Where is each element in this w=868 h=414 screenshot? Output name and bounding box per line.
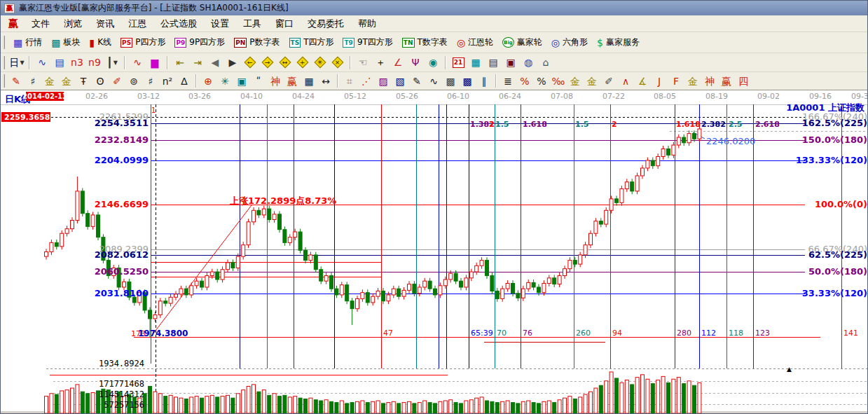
candle-type-button[interactable]: ┃▼	[104, 55, 120, 70]
permille-tool[interactable]: ‰	[550, 74, 567, 88]
gold-line-tool[interactable]: 金	[584, 74, 600, 88]
shen-grid-tool[interactable]: 神	[267, 74, 284, 88]
profile-button[interactable]: ▆	[146, 55, 163, 70]
gann-wheel-button[interactable]: ◎江恩轮	[453, 35, 497, 50]
shen-line-tool[interactable]: 神	[701, 74, 718, 88]
peak-tool[interactable]: ∧	[617, 74, 634, 88]
pen-tool[interactable]: ✎	[8, 74, 25, 88]
kline-button[interactable]: ▮K线	[85, 35, 115, 50]
circle-cross-tool[interactable]: ⊕	[200, 74, 216, 88]
zoom-h-button[interactable]: ↔	[277, 55, 294, 70]
zoom-all-button[interactable]: ×	[329, 55, 346, 70]
step9-button[interactable]: n9	[86, 55, 103, 70]
t-square-button[interactable]: TST四方形	[286, 35, 338, 50]
n2-tool[interactable]: n²	[159, 74, 176, 88]
p9-square-button[interactable]: P99P四方形	[171, 35, 228, 50]
t-number-button[interactable]: TNT数字表	[399, 35, 451, 50]
fan-tool[interactable]: ⋰	[358, 74, 375, 88]
last-page-button[interactable]: ⇥	[189, 55, 206, 70]
levels-tool[interactable]: ≣	[500, 74, 516, 88]
box-fan-tool[interactable]: ▨	[375, 74, 392, 88]
quotes-button[interactable]: ▦行情	[10, 35, 46, 50]
calculator-button[interactable]: ▦	[467, 55, 484, 70]
shift-left-button[interactable]: ←	[242, 55, 259, 70]
span-arrow-tool[interactable]: ↔	[317, 74, 334, 88]
menu-item-4[interactable]: 公式选股	[153, 16, 204, 32]
menu-item-2[interactable]: 资讯	[89, 16, 121, 32]
gold-grid-tool[interactable]: 金	[41, 74, 58, 88]
gold-grid2-tool[interactable]: 金	[58, 74, 75, 88]
menu-item-5[interactable]: 设置	[204, 16, 236, 32]
save-button[interactable]: ▣	[502, 55, 519, 70]
winner-wheel-button[interactable]: Big赢家轮	[499, 35, 546, 50]
compass-tool[interactable]: ⊚	[125, 74, 142, 88]
si-line-tool[interactable]: 四	[735, 74, 752, 88]
candle	[547, 278, 551, 284]
ying-line-tool[interactable]: 赢	[718, 74, 735, 88]
hexagon-button[interactable]: ◎六角形	[548, 35, 591, 50]
p-square-button[interactable]: PSP四方形	[117, 35, 169, 50]
remote-button[interactable]: ⌂	[537, 55, 554, 70]
gold-angle2-tool[interactable]: 金	[684, 74, 701, 88]
web-tool-button[interactable]: ◍	[520, 55, 537, 70]
wave-tool[interactable]: ∿	[425, 74, 442, 88]
ying-grid-tool[interactable]: 赢	[284, 74, 301, 88]
t9-square-button[interactable]: T99T四方形	[339, 35, 396, 50]
pen-line2-tool[interactable]: ✐	[600, 74, 617, 88]
grid-tool[interactable]: ♯	[25, 74, 41, 88]
j-line-tool[interactable]: J	[651, 74, 668, 88]
grid-box-tool[interactable]: ▩	[442, 74, 459, 88]
menu-item-6[interactable]: 工具	[236, 16, 268, 32]
memo-button[interactable]: ▤	[485, 55, 502, 70]
gold-circle-tool[interactable]: 金	[567, 74, 584, 88]
pen-ruler-tool[interactable]: ✐	[109, 74, 125, 88]
shift-right-button[interactable]: →	[259, 55, 276, 70]
period-day-button[interactable]: 日▼	[8, 55, 25, 70]
menu-item-7[interactable]: 窗口	[268, 16, 301, 32]
gann-shape-button[interactable]: Ψ	[407, 55, 424, 70]
step3-button[interactable]: n3	[69, 55, 85, 70]
zoom-in-button[interactable]: ✳	[312, 55, 329, 70]
pan-hand-button[interactable]: ☜	[354, 55, 371, 70]
prev-bar-button[interactable]: ◀	[207, 55, 223, 70]
quotes-mark-tool[interactable]: ʺ	[250, 74, 267, 88]
service-button[interactable]: $赢家服务	[593, 35, 643, 50]
measure-angle-button[interactable]: ∠	[390, 55, 406, 70]
menu-item-9[interactable]: 帮助	[351, 16, 383, 32]
gold-angle-tool[interactable]: ∡	[634, 74, 651, 88]
menu-item-1[interactable]: 浏览	[57, 16, 89, 32]
overlay-chart-button[interactable]: ∿	[34, 55, 50, 70]
menu-item-3[interactable]: 江恩	[121, 16, 153, 32]
p-number-button[interactable]: PNP数字表	[230, 35, 283, 50]
f10-info-button[interactable]: ▤	[51, 55, 68, 70]
star-grid-tool[interactable]: ✳	[216, 74, 233, 88]
percent-red-tool[interactable]: %	[516, 74, 533, 88]
menu-item-8[interactable]: 交易委托	[301, 16, 351, 32]
percent-tool[interactable]: %	[533, 74, 550, 88]
line-pen-tool[interactable]: ✎	[408, 74, 425, 88]
title-bar[interactable]: 赢 赢家江恩专业版[赢家内部服务平台] - [上证指数 SH1A0001-161…	[1, 1, 867, 15]
calendar-button[interactable]: 21	[450, 55, 467, 70]
num-grid-tool[interactable]: ▦	[301, 74, 317, 88]
candle	[91, 215, 95, 226]
candle	[361, 293, 364, 299]
square-spiral-tool[interactable]: ▣	[233, 74, 250, 88]
multi-line-tool[interactable]: ∥	[476, 74, 492, 88]
spiral-tool[interactable]: ʘ	[92, 74, 109, 88]
hash-tool[interactable]: ♯	[142, 74, 159, 88]
crosshair-button[interactable]: ＋	[372, 55, 389, 70]
zigzag-button[interactable]: ∿	[129, 55, 146, 70]
grid-box2-tool[interactable]: ▩	[459, 74, 476, 88]
sectors-button[interactable]: ▩板块	[48, 35, 83, 50]
next-bar-button[interactable]: ▶	[224, 55, 241, 70]
zoom-out-button[interactable]: +	[294, 55, 311, 70]
f-grid-tool[interactable]: Ŧ	[75, 74, 92, 88]
f-line-tool[interactable]: F	[668, 74, 684, 88]
box-fan2-tool[interactable]: ▧	[392, 74, 408, 88]
frame-tool[interactable]: ⌗	[341, 74, 358, 88]
angle-guide-tool[interactable]: ∆	[176, 74, 193, 88]
analysis-button[interactable]: ◉	[425, 55, 441, 70]
chart-canvas[interactable]: 日K线2014-02-1302-2603-1203-2604-1004-2405…	[1, 90, 868, 414]
first-page-button[interactable]: ⇤	[172, 55, 188, 70]
menu-item-0[interactable]: 文件	[25, 16, 57, 32]
